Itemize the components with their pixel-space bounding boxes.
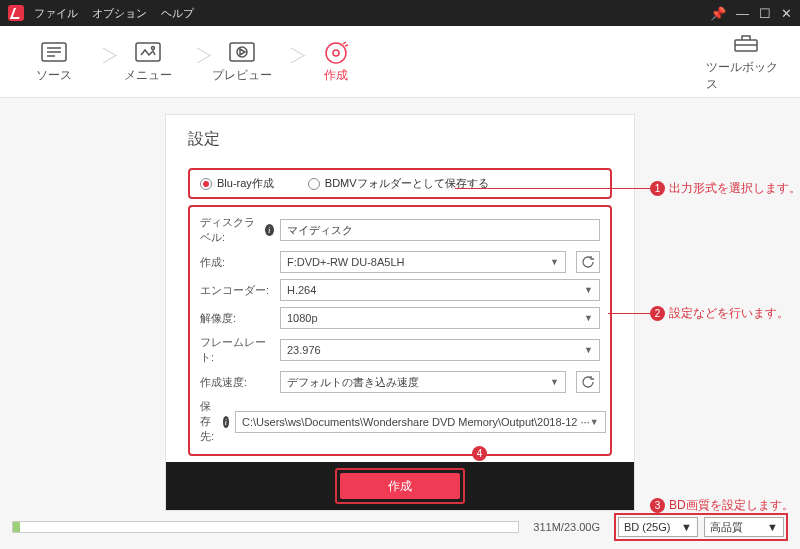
preview-icon — [228, 40, 256, 64]
maximize-icon[interactable]: ☐ — [759, 6, 771, 21]
disc-icon — [322, 40, 350, 64]
menu-help[interactable]: ヘルプ — [161, 6, 194, 21]
disclabel-input[interactable] — [280, 219, 600, 241]
pin-icon[interactable]: 📌 — [710, 6, 726, 21]
label-framerate: フレームレート: — [200, 335, 274, 365]
refresh-button[interactable] — [576, 371, 600, 393]
label-disclabel: ディスクラベル:i — [200, 215, 274, 245]
refresh-button[interactable] — [576, 251, 600, 273]
chevron-down-icon: ▼ — [584, 285, 593, 295]
info-icon[interactable]: i — [223, 416, 230, 428]
size-progress — [12, 521, 519, 533]
chevron-icon — [188, 42, 202, 82]
label-create: 作成: — [200, 255, 274, 270]
bd-quality-select[interactable]: 高品質▼ — [704, 517, 784, 537]
toolbox-button[interactable]: ツールボックス — [706, 31, 786, 93]
app-logo — [8, 5, 24, 21]
annotation-3: 3BD画質を設定します。 — [650, 497, 794, 514]
step-label: ソース — [36, 67, 72, 84]
svg-rect-6 — [230, 43, 254, 61]
settings-box: ディスクラベル:i 作成: F:DVD+-RW DU-8A5LH▼ エンコーダー… — [188, 205, 612, 456]
svg-point-8 — [326, 43, 346, 63]
chevron-down-icon: ▼ — [550, 257, 559, 267]
label-encoder: エンコーダー: — [200, 283, 274, 298]
step-create[interactable]: 作成 — [296, 40, 376, 84]
chevron-down-icon: ▼ — [590, 417, 599, 427]
menu-file[interactable]: ファイル — [34, 6, 78, 21]
step-label: プレビュー — [212, 67, 272, 84]
svg-rect-4 — [136, 43, 160, 61]
chevron-icon — [94, 42, 108, 82]
toolbox-label: ツールボックス — [706, 59, 786, 93]
radio-bluray[interactable]: Blu-ray作成 — [200, 176, 274, 191]
size-text: 311M/23.00G — [533, 521, 600, 533]
step-label: 作成 — [324, 67, 348, 84]
step-preview[interactable]: プレビュー — [202, 40, 282, 84]
toolbox-icon — [733, 31, 759, 56]
annotation-1: 1出力形式を選択します。 — [650, 180, 800, 197]
close-icon[interactable]: ✕ — [781, 6, 792, 21]
label-speed: 作成速度: — [200, 375, 274, 390]
chevron-down-icon: ▼ — [584, 313, 593, 323]
output-format-row: Blu-ray作成 BDMVフォルダーとして保存する — [188, 168, 612, 199]
annotation-4: 4 — [472, 446, 491, 461]
chevron-down-icon: ▼ — [767, 521, 778, 533]
annotation-line — [608, 313, 650, 314]
step-label: メニュー — [124, 67, 172, 84]
chevron-down-icon: ▼ — [550, 377, 559, 387]
settings-panel: 設定 Blu-ray作成 BDMVフォルダーとして保存する ディスクラベル:i … — [165, 114, 635, 511]
chevron-down-icon: ▼ — [681, 521, 692, 533]
titlebar: ファイル オブション ヘルプ 📌 — ☐ ✕ — [0, 0, 800, 26]
radio-dot-icon — [308, 178, 320, 190]
svg-point-9 — [333, 50, 339, 56]
info-icon[interactable]: i — [265, 224, 274, 236]
resolution-select[interactable]: 1080p▼ — [280, 307, 600, 329]
radio-label: Blu-ray作成 — [217, 176, 274, 191]
saveto-select[interactable]: C:\Users\ws\Documents\Wondershare DVD Me… — [235, 411, 606, 433]
create-select[interactable]: F:DVD+-RW DU-8A5LH▼ — [280, 251, 566, 273]
label-saveto: 保存先:i — [200, 399, 229, 444]
step-source[interactable]: ソース — [14, 40, 94, 84]
chevron-icon — [282, 42, 296, 82]
label-resolution: 解像度: — [200, 311, 274, 326]
framerate-select[interactable]: 23.976▼ — [280, 339, 600, 361]
action-bar: 作成 — [166, 462, 634, 510]
annotation-2: 2設定などを行います。 — [650, 305, 789, 322]
bd-capacity-select[interactable]: BD (25G)▼ — [618, 517, 698, 537]
annotation-line — [455, 188, 650, 189]
step-menu[interactable]: メニュー — [108, 40, 188, 84]
source-icon — [40, 40, 68, 64]
step-nav: ソース メニュー プレビュー 作成 ツールボックス — [0, 26, 800, 98]
progress-fill — [13, 522, 20, 532]
menu-icon — [134, 40, 162, 64]
bottom-bar: 311M/23.00G BD (25G)▼ 高品質▼ — [0, 513, 800, 541]
radio-dot-icon — [200, 178, 212, 190]
speed-select[interactable]: デフォルトの書き込み速度▼ — [280, 371, 566, 393]
panel-title: 設定 — [188, 129, 612, 150]
create-button[interactable]: 作成 — [340, 473, 460, 499]
minimize-icon[interactable]: — — [736, 6, 749, 21]
encoder-select[interactable]: H.264▼ — [280, 279, 600, 301]
chevron-down-icon: ▼ — [584, 345, 593, 355]
svg-point-5 — [152, 46, 155, 49]
menu-options[interactable]: オブション — [92, 6, 147, 21]
